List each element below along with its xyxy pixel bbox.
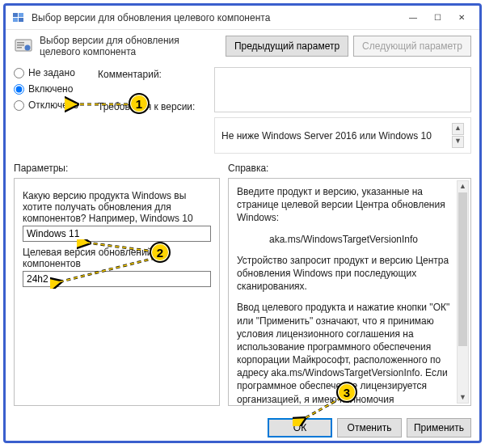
subheader-text: Выбор версии для обновления целевого ком… xyxy=(40,35,219,57)
close-button[interactable]: ✕ xyxy=(450,10,473,26)
radio-disabled[interactable]: Отключено xyxy=(14,99,86,111)
app-icon xyxy=(12,11,25,24)
callout-1: 1 xyxy=(129,93,150,114)
target-version-label: Целевая версия обновлений компонентов xyxy=(23,247,211,269)
requirements-label: Требования к версии: xyxy=(98,101,203,112)
apply-button[interactable]: Применить xyxy=(407,418,471,437)
button-bar: ОК Отменить Применить xyxy=(268,418,471,437)
scroll-down-icon[interactable]: ▼ xyxy=(458,392,468,403)
dialog-window: Выбор версии для обновления целевого ком… xyxy=(3,3,482,443)
subheader: Выбор версии для обновления целевого ком… xyxy=(6,30,479,64)
minimize-button[interactable]: — xyxy=(402,10,424,26)
requirements-scroll: ▲ ▼ xyxy=(452,123,464,148)
radio-not-set-label: Не задано xyxy=(28,67,75,78)
scroll-up-icon[interactable]: ▲ xyxy=(452,123,464,135)
svg-rect-3 xyxy=(19,18,23,22)
ok-button[interactable]: ОК xyxy=(268,418,332,437)
title-text: Выбор версии для обновления целевого ком… xyxy=(32,12,400,23)
options-header: Параметры: xyxy=(14,163,68,174)
callout-3: 3 xyxy=(336,382,357,403)
options-panel: Какую версию продукта Windows вы хотите … xyxy=(14,178,220,406)
svg-rect-1 xyxy=(19,13,23,17)
scroll-thumb[interactable] xyxy=(458,192,467,346)
requirements-value: Не ниже Windows Server 2016 или Windows … xyxy=(221,130,432,142)
state-row: Не задано Включено Отключено Комментарий… xyxy=(6,64,479,154)
radio-enabled-input[interactable] xyxy=(14,84,24,95)
svg-rect-6 xyxy=(17,44,24,46)
product-input[interactable] xyxy=(23,226,211,242)
radio-enabled[interactable]: Включено xyxy=(14,83,86,95)
policy-icon xyxy=(14,36,33,56)
comment-field[interactable] xyxy=(214,67,471,112)
prev-param-button[interactable]: Предыдущий параметр xyxy=(226,36,348,57)
maximize-button[interactable]: ☐ xyxy=(426,10,449,26)
target-version-input[interactable] xyxy=(23,271,211,287)
help-panel: Введите продукт и версию, указанные на с… xyxy=(228,178,471,406)
radio-not-set-input[interactable] xyxy=(14,68,24,78)
scroll-down-icon[interactable]: ▼ xyxy=(452,136,464,148)
next-param-button: Следующий параметр xyxy=(353,36,471,57)
cancel-button[interactable]: Отменить xyxy=(337,418,402,437)
help-scrollbar[interactable]: ▲ ▼ xyxy=(457,180,469,404)
svg-rect-7 xyxy=(17,47,22,49)
radio-group: Не задано Включено Отключено xyxy=(14,67,86,111)
callout-2: 2 xyxy=(150,242,171,263)
comment-label: Комментарий: xyxy=(98,69,203,80)
radio-enabled-label: Включено xyxy=(28,83,73,95)
help-p1: Введите продукт и версию, указанные на с… xyxy=(237,185,450,225)
requirements-box: Не ниже Windows Server 2016 или Windows … xyxy=(214,117,471,154)
help-link: aka.ms/WindowsTargetVersionInfo xyxy=(237,233,450,246)
help-p2: Устройство запросит продукт и версию Цен… xyxy=(237,254,450,294)
svg-rect-2 xyxy=(13,18,18,22)
radio-disabled-label: Отключено xyxy=(28,99,78,111)
help-header: Справка: xyxy=(228,163,268,174)
radio-not-set[interactable]: Не задано xyxy=(14,67,86,78)
svg-point-8 xyxy=(25,45,31,51)
svg-rect-5 xyxy=(17,42,24,44)
radio-disabled-input[interactable] xyxy=(14,100,24,111)
svg-rect-0 xyxy=(13,13,18,17)
product-question: Какую версию продукта Windows вы хотите … xyxy=(23,190,211,224)
scroll-up-icon[interactable]: ▲ xyxy=(458,181,468,192)
titlebar: Выбор версии для обновления целевого ком… xyxy=(6,6,479,30)
